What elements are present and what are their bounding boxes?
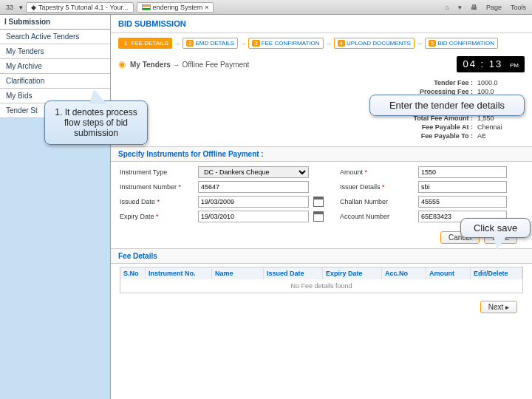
sidebar-item-clarification[interactable]: Clarification [0,74,110,89]
fee-table: S.No Instrument No. Name Issued Date Exp… [120,267,523,293]
next-button[interactable]: Next ▸ [480,301,517,313]
expiry-date-input[interactable] [198,211,309,222]
home-icon[interactable]: ⌂ [443,3,452,12]
tab-icon: ◆ [31,4,36,11]
arrow-icon: → [174,39,181,47]
callout-process-steps: 1. It denotes process flow steps of bid … [44,100,148,145]
back-count[interactable]: 33 [3,3,16,12]
th-edit: Edit/Delete [471,267,522,279]
th-issued: Issued Date [264,267,323,279]
content: BID SUBMISSION 1FEE DETAILS → 2EMD DETAI… [111,15,532,399]
empty-row: No Fee details found [120,279,522,293]
arrow-icon: → [416,39,423,47]
amount-input[interactable] [418,166,507,178]
sidebar-item-search[interactable]: Search Active Tenders [0,30,110,44]
sidebar-item-mytenders[interactable]: My Tenders [0,44,110,59]
tab-label: endering System [153,4,203,11]
issued-date-label: Issued Date * [120,198,194,205]
print-icon[interactable]: 🖶 [468,3,480,12]
issuer-label: Issuer Details * [340,183,414,191]
page-menu[interactable]: Page [483,3,505,12]
callout-click-save: Click save [460,218,531,238]
step-1[interactable]: 1FEE DETAILS [118,38,172,49]
expiry-date-label: Expiry Date * [120,213,194,220]
close-icon[interactable]: × [205,4,208,11]
browser-tab-1[interactable]: ◆ Tapestry 5 Tutorial 4.1 - Your... [26,2,134,13]
th-instrument: Instrument No. [146,267,212,279]
tab-label: Tapestry 5 Tutorial 4.1 - Your... [38,4,129,11]
bullet-icon: ◉ [118,59,126,69]
calendar-icon[interactable] [313,211,324,222]
instrument-type-select[interactable]: DC - Dankers Cheque [198,166,309,178]
callout-enter-fee: Enter the tender fee details [369,95,525,116]
arrow-icon: → [239,39,247,47]
fee-details-header: Fee Details [111,248,532,264]
feed-icon[interactable]: ▾ [455,3,465,12]
browser-toolbar: 33 ▾ ◆ Tapestry 5 Tutorial 4.1 - Your...… [0,0,532,15]
account-label: Account Number [340,213,414,220]
section-header: Specify Instruments for Offline Payment … [111,146,532,162]
breadcrumb: My Tenders → Offline Fee Payment [130,61,249,69]
amount-label: Amount * [340,168,414,176]
arrow-icon: → [325,39,332,47]
payment-form: Instrument Type DC - Dankers Cheque Amou… [111,162,532,227]
process-steps: 1FEE DETAILS → 2EMD DETAILS → 3FEE CONFI… [111,33,532,53]
step-4[interactable]: 4UPLOAD DOCUMENTS [334,38,415,49]
step-3[interactable]: 3FEE CONFIRMATION [248,38,323,49]
flag-icon [142,4,151,10]
challan-label: Challan Number [340,198,414,205]
instrument-number-input[interactable] [198,181,309,193]
instrument-type-label: Instrument Type [120,168,194,176]
challan-input[interactable] [418,196,507,208]
th-amount: Amount [426,267,471,279]
tools-menu[interactable]: Tools [508,3,529,12]
calendar-icon[interactable] [313,197,324,207]
issued-date-input[interactable] [198,196,309,208]
sidebar-item-archive[interactable]: My Archive [0,59,110,74]
step-5[interactable]: 5BID CONFIRMATION [425,38,498,49]
instrument-number-label: Instrument Number * [120,183,194,191]
dropdown-icon[interactable]: ▾ [19,4,23,11]
th-sno: S.No [120,267,146,279]
th-expiry: Expiry Date [323,267,382,279]
page-title: BID SUBMISSION [111,15,532,33]
step-2[interactable]: 2EMD DETAILS [183,38,238,49]
sidebar-header: I Submission [0,15,110,30]
th-name: Name [212,267,264,279]
issuer-input[interactable] [418,181,507,193]
browser-tab-2[interactable]: endering System × [137,2,214,13]
th-acc: Acc.No [382,267,426,279]
clock: 04 : 13 PM [457,56,525,72]
sidebar: I Submission Search Active Tenders My Te… [0,15,111,399]
